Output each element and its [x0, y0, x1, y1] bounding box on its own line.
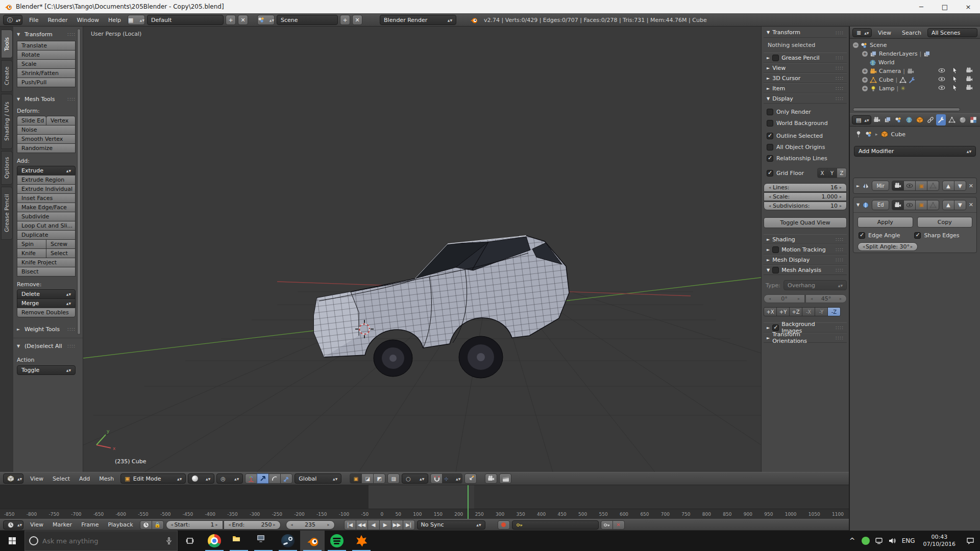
only-render-checkbox[interactable]	[767, 109, 773, 115]
outliner-row-lamp[interactable]: + Lamp| ✳	[853, 84, 979, 93]
proportional-edit-select[interactable]: ○▲▼	[402, 473, 428, 484]
delete-keyframe-button[interactable]: ✕	[612, 520, 625, 530]
toolshelf-scrollbar[interactable]	[77, 29, 81, 335]
menu-item[interactable]: Help	[104, 17, 126, 23]
expand-icon[interactable]: +	[862, 51, 868, 57]
relationship-lines-checkbox[interactable]	[767, 155, 773, 162]
tab-object[interactable]	[915, 114, 925, 126]
tab-texture[interactable]	[968, 114, 978, 126]
knife-select-button[interactable]: Select	[46, 248, 76, 258]
outline-selected-checkbox[interactable]	[767, 133, 773, 139]
panel-header-mesh-display[interactable]: ►Mesh Display::::	[764, 255, 847, 265]
cage-toggle[interactable]	[927, 181, 939, 191]
tool-button[interactable]: Shrink/Fatten	[17, 68, 76, 78]
collapse-arrow-icon[interactable]: ▼	[856, 203, 860, 207]
manipulator-axis-icon[interactable]	[245, 473, 257, 484]
grease-pencil-checkbox[interactable]	[772, 55, 779, 61]
panel-header-grease-pencil[interactable]: ►Grease Pencil::::	[764, 53, 847, 63]
move-modifier-down-button[interactable]: ▼	[954, 181, 966, 191]
apply-button[interactable]: Apply	[857, 217, 913, 228]
panel-header-display[interactable]: ▼Display::::	[764, 93, 847, 104]
maximize-button[interactable]: □	[933, 0, 957, 13]
grid-axis-z-button[interactable]: Z	[837, 168, 847, 178]
tool-button[interactable]: Scale	[17, 59, 76, 69]
vertex-select-button[interactable]: ▣	[350, 473, 362, 484]
delete-dropdown[interactable]: Delete▲▼	[17, 289, 76, 299]
snap-peel-button[interactable]	[464, 473, 477, 484]
taskbar-app-spotify[interactable]	[325, 531, 349, 551]
preview-range-button[interactable]	[140, 520, 152, 530]
cage-toggle[interactable]	[927, 200, 939, 210]
menu-item[interactable]: Playback	[103, 521, 137, 528]
menu-item[interactable]: Mesh	[94, 475, 118, 482]
jump-to-start-button[interactable]: |◀	[344, 520, 356, 530]
editor-type-outliner-button[interactable]: ≣▲▼	[852, 28, 872, 37]
tab-modifiers[interactable]	[936, 114, 946, 126]
tab-material[interactable]	[958, 114, 967, 126]
tab-tools[interactable]: Tools	[1, 30, 13, 58]
tool-button[interactable]: Bisect	[17, 267, 76, 277]
taskbar-app-steam[interactable]	[276, 531, 300, 551]
menu-item[interactable]: View	[873, 30, 896, 36]
toggle-quad-view-button[interactable]: Toggle Quad View	[764, 217, 847, 228]
selectability-cursor-icon[interactable]	[951, 76, 959, 83]
language-indicator[interactable]: ENG	[899, 531, 918, 551]
selectability-cursor-icon[interactable]	[951, 67, 959, 74]
axis-minus-z-button[interactable]: -Z	[827, 307, 841, 316]
axis-plus-z-button[interactable]: +Z	[789, 307, 802, 316]
angle-max-field[interactable]: ◂45°▸	[805, 294, 847, 303]
lock-frame-button[interactable]: 🔒	[152, 520, 164, 530]
add-layout-button[interactable]: +	[226, 15, 236, 25]
expand-arrow-icon[interactable]: ►	[856, 184, 860, 188]
tab-options[interactable]: Options	[1, 151, 13, 185]
car-model[interactable]	[308, 231, 576, 378]
mesh-analysis-checkbox[interactable]	[772, 267, 779, 273]
tray-chevron-up-icon[interactable]: ^	[846, 531, 859, 551]
delete-modifier-icon[interactable]: ✕	[969, 202, 973, 208]
face-select-button[interactable]: ◩	[373, 473, 385, 484]
render-visibility-toggle[interactable]	[892, 200, 904, 210]
tool-button[interactable]: Knife Project	[17, 258, 76, 267]
delete-scene-button[interactable]: ✕	[352, 15, 362, 25]
panel-header-item[interactable]: ►Item::::	[764, 83, 847, 93]
move-modifier-down-button[interactable]: ▼	[954, 200, 966, 210]
next-keyframe-button[interactable]: ▶▶	[391, 520, 403, 530]
keying-set-field[interactable]	[512, 520, 599, 530]
angle-min-field[interactable]: ◂0°▸	[764, 294, 805, 303]
grid-lines-field[interactable]: ◂Lines:16▸	[764, 183, 847, 192]
menu-item[interactable]: Frame	[77, 521, 103, 528]
menu-item[interactable]: Select	[48, 475, 75, 482]
viewport-visibility-toggle[interactable]	[903, 200, 916, 210]
move-modifier-up-button[interactable]: ▲	[942, 181, 954, 191]
editor-type-timeline-button[interactable]: ▲▼	[3, 520, 23, 530]
opengl-render-anim-button[interactable]	[499, 473, 511, 484]
menu-item[interactable]: Search	[897, 30, 926, 36]
tab-world[interactable]	[904, 114, 914, 126]
timeline-ruler[interactable]: -850-800-750-700-650-600-550-500-450-400…	[0, 509, 849, 519]
expand-icon[interactable]: +	[862, 86, 868, 91]
add-modifier-dropdown[interactable]: Add Modifier▲▼	[854, 146, 976, 157]
slide-edge-button[interactable]: Slide Ed	[17, 116, 46, 126]
add-scene-button[interactable]: +	[340, 15, 350, 25]
render-visibility-toggle[interactable]	[892, 181, 904, 191]
grid-axis-y-button[interactable]: Y	[827, 168, 837, 178]
outliner-hscrollbar[interactable]	[853, 108, 960, 111]
snap-magnet-button[interactable]	[430, 473, 443, 484]
menu-item[interactable]: File	[24, 17, 43, 23]
panel-header-transform-orientations[interactable]: ►Transform Orientations::::	[764, 333, 847, 343]
sync-select[interactable]: No Sync▲▼	[417, 520, 485, 530]
panel-header-transform-n[interactable]: ▼Transform::::	[764, 28, 847, 38]
modifier-name-field[interactable]: Mir	[872, 181, 889, 191]
manipulator-translate-button[interactable]	[257, 473, 269, 484]
previous-keyframe-button[interactable]: ◀◀	[356, 520, 368, 530]
panel-header-shading[interactable]: ►Shading::::	[764, 234, 847, 244]
remove-doubles-button[interactable]: Remove Doubles	[17, 308, 76, 317]
tab-constraints[interactable]	[926, 114, 936, 126]
tool-button[interactable]: Translate	[17, 41, 76, 51]
search-input[interactable]	[42, 537, 161, 545]
panel-header-deselect-all[interactable]: ▼(De)select All::::	[17, 341, 76, 350]
outliner-row-world[interactable]: World	[853, 58, 979, 67]
tab-shading-uvs[interactable]: Shading / UVs	[1, 94, 13, 149]
tool-button[interactable]: Duplicate	[17, 230, 76, 240]
editor-type-button[interactable]: ⓘ▲▼	[3, 15, 22, 25]
